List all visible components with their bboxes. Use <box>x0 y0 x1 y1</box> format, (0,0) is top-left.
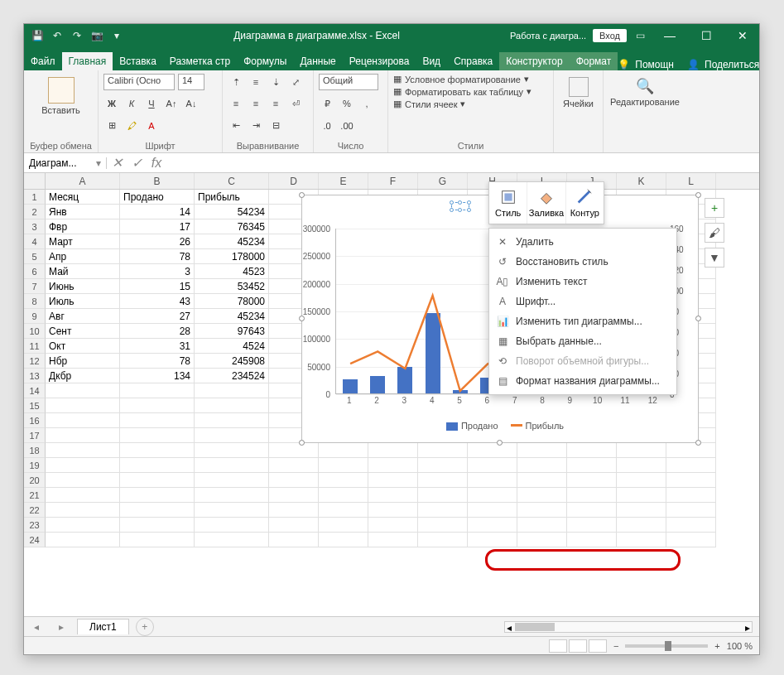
tell-me-icon[interactable]: 💡 <box>618 59 630 70</box>
col-header[interactable]: B <box>120 173 195 189</box>
col-header[interactable]: E <box>319 173 368 189</box>
zoom-level[interactable]: 100 % <box>727 641 753 651</box>
tab-home[interactable]: Главная <box>62 52 113 70</box>
cell-styles-button[interactable]: ▦Стили ячеек▾ <box>393 99 548 109</box>
sheet-nav-prev-icon[interactable]: ◂ <box>34 621 39 633</box>
login-button[interactable]: Вход <box>593 29 627 42</box>
name-box[interactable]: Диаграм...▾ <box>24 157 107 169</box>
font-family-select[interactable]: Calibri (Осно <box>103 74 175 90</box>
mini-outline-button[interactable]: Контур <box>566 182 604 224</box>
bold-button[interactable]: Ж <box>103 95 120 112</box>
col-header[interactable]: C <box>195 173 269 189</box>
format-as-table-button[interactable]: ▦Форматировать как таблицу▾ <box>393 86 548 97</box>
orientation-icon[interactable]: ⤢ <box>287 74 304 90</box>
align-top-icon[interactable]: ⇡ <box>228 74 244 90</box>
tab-view[interactable]: Вид <box>416 52 447 70</box>
align-left-icon[interactable]: ≡ <box>228 95 244 112</box>
merge-icon[interactable]: ⊟ <box>267 118 284 134</box>
tab-file[interactable]: Файл <box>24 52 62 70</box>
sheet-tab[interactable]: Лист1 <box>77 619 129 634</box>
col-header[interactable]: F <box>368 173 418 189</box>
ctx-item[interactable]: ▦ Выбрать данные... <box>489 331 676 351</box>
tab-insert[interactable]: Вставка <box>113 52 163 70</box>
editing-button[interactable]: 🔍Редактирование <box>608 74 681 110</box>
select-all-corner[interactable] <box>24 173 46 189</box>
zoom-out-button[interactable]: − <box>613 641 618 651</box>
align-right-icon[interactable]: ≡ <box>267 95 284 112</box>
maximize-button[interactable]: ☐ <box>690 24 723 47</box>
tab-data[interactable]: Данные <box>293 52 342 70</box>
qat-dropdown-icon[interactable]: ▾ <box>110 29 123 42</box>
zoom-in-button[interactable]: + <box>714 641 719 651</box>
share-label[interactable]: Поделиться <box>705 59 759 70</box>
ctx-item[interactable]: 📊 Изменить тип диаграммы... <box>489 311 676 331</box>
tab-design[interactable]: Конструктор <box>499 52 569 70</box>
fx-icon[interactable]: fx <box>147 156 166 171</box>
underline-button[interactable]: Ч <box>143 95 160 112</box>
col-header[interactable]: D <box>269 173 319 189</box>
save-icon[interactable]: 💾 <box>31 29 44 42</box>
indent-inc-icon[interactable]: ⇥ <box>248 118 264 134</box>
cancel-icon[interactable]: ✕ <box>107 155 127 171</box>
chart-legend[interactable]: Продано Прибыль <box>302 421 698 431</box>
fill-color-button[interactable]: 🖍 <box>123 118 140 134</box>
ctx-item[interactable]: ▤ Формат названия диаграммы... <box>489 371 676 391</box>
indent-dec-icon[interactable]: ⇤ <box>228 118 244 134</box>
cells-button[interactable]: Ячейки <box>559 74 598 112</box>
col-header[interactable]: G <box>418 173 468 189</box>
mini-fill-button[interactable]: Заливка <box>527 182 565 224</box>
redo-icon[interactable]: ↷ <box>70 29 84 42</box>
minimize-button[interactable]: — <box>653 24 686 47</box>
align-center-icon[interactable]: ≡ <box>248 95 264 112</box>
align-middle-icon[interactable]: ≡ <box>248 74 264 90</box>
chart-elements-button[interactable]: + <box>705 198 724 218</box>
currency-icon[interactable]: ₽ <box>319 95 335 112</box>
sheet-nav-next-icon[interactable]: ▸ <box>59 621 64 633</box>
camera-icon[interactable]: 📷 <box>90 29 103 42</box>
ctx-item-label: Изменить текст <box>516 276 587 287</box>
tab-page-layout[interactable]: Разметка стр <box>163 52 237 70</box>
percent-icon[interactable]: % <box>339 95 355 112</box>
page-break-view-button[interactable] <box>589 639 607 653</box>
number-format-select[interactable]: Общий <box>319 74 378 90</box>
close-button[interactable]: ✕ <box>726 24 759 47</box>
comma-icon[interactable]: , <box>358 95 375 112</box>
chart-filters-button[interactable]: ▼ <box>705 248 724 268</box>
normal-view-button[interactable] <box>549 639 567 653</box>
mini-style-button[interactable]: Стиль <box>489 182 527 224</box>
tell-me-label[interactable]: Помощн <box>635 59 674 70</box>
ctx-item[interactable]: ↺ Восстановить стиль <box>489 252 676 272</box>
ctx-item[interactable]: A▯ Изменить текст <box>489 272 676 292</box>
page-layout-view-button[interactable] <box>569 639 587 653</box>
share-icon[interactable]: 👤 <box>687 59 700 70</box>
tab-help[interactable]: Справка <box>447 52 499 70</box>
wrap-text-icon[interactable]: ⏎ <box>287 95 304 112</box>
decimal-dec-icon[interactable]: .00 <box>339 118 355 134</box>
font-grow-icon[interactable]: A↑ <box>163 95 180 112</box>
tab-formulas[interactable]: Формулы <box>237 52 293 70</box>
font-shrink-icon[interactable]: A↓ <box>183 95 200 112</box>
zoom-slider[interactable] <box>625 644 708 648</box>
ribbon-display-icon[interactable]: ▭ <box>633 29 647 42</box>
conditional-formatting-button[interactable]: ▦Условное форматирование▾ <box>393 74 548 84</box>
align-bottom-icon[interactable]: ⇣ <box>267 74 284 90</box>
ctx-item[interactable]: ✕ Удалить <box>489 232 676 252</box>
horizontal-scrollbar[interactable]: ◂▸ <box>504 621 753 633</box>
border-button[interactable]: ⊞ <box>103 118 120 134</box>
new-sheet-button[interactable]: + <box>136 618 154 636</box>
ctx-item[interactable]: A Шрифт... <box>489 292 676 311</box>
chart-styles-button[interactable]: 🖌 <box>705 223 724 243</box>
undo-icon[interactable]: ↶ <box>51 29 64 42</box>
col-header[interactable]: A <box>46 173 120 189</box>
col-header[interactable]: L <box>666 173 716 189</box>
col-header[interactable]: K <box>617 173 666 189</box>
tab-review[interactable]: Рецензирова <box>343 52 416 70</box>
font-color-button[interactable]: A <box>143 118 160 134</box>
decimal-inc-icon[interactable]: .0 <box>319 118 335 134</box>
italic-button[interactable]: К <box>123 95 140 112</box>
enter-icon[interactable]: ✓ <box>127 155 147 171</box>
chart-title-placeholder[interactable] <box>451 202 469 210</box>
font-size-select[interactable]: 14 <box>178 74 204 90</box>
tab-format[interactable]: Формат <box>570 52 618 70</box>
paste-button[interactable]: Вставить <box>29 74 93 118</box>
